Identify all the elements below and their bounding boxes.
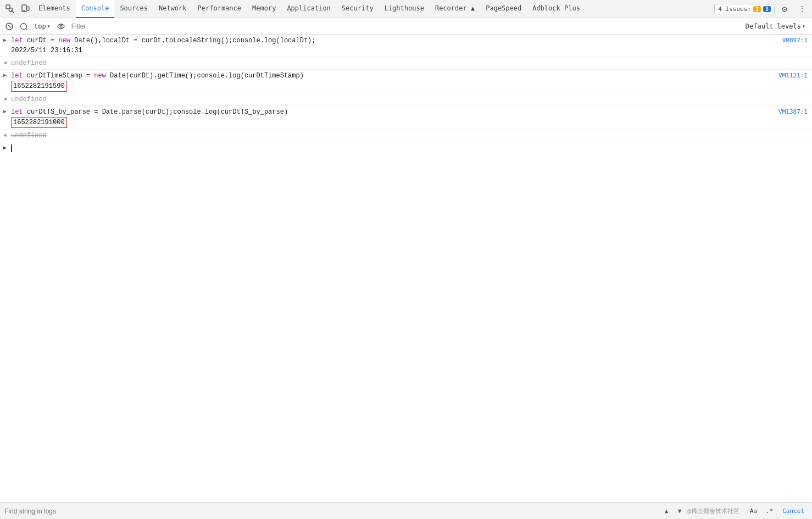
console-entry-4: ◀ undefined <box>0 93 812 106</box>
expand-arrow-3[interactable]: ▶ <box>3 72 7 78</box>
issues-blue-badge: 3 <box>763 6 771 12</box>
console-output: ▶ let curDt = new Date(),localDt = curDt… <box>0 35 812 503</box>
device-icon[interactable] <box>18 1 33 16</box>
cancel-button[interactable]: Cancel <box>779 506 808 516</box>
expand-arrow-1[interactable]: ▶ <box>3 37 7 43</box>
tab-security[interactable]: Security <box>336 0 379 18</box>
svg-line-9 <box>26 29 27 30</box>
context-arrow-icon: ▾ <box>47 23 51 29</box>
more-options-icon[interactable]: ⋮ <box>794 1 810 16</box>
console-entry-3: ▶ let curDtTimeStamp = new Date(curDt).g… <box>0 70 812 93</box>
svg-point-10 <box>58 24 64 29</box>
collapse-arrow-6[interactable]: ◀ <box>3 132 7 138</box>
tab-adblock[interactable]: Adblock Plus <box>527 0 586 18</box>
tab-pagespeed[interactable]: PageSpeed <box>480 0 527 18</box>
vm-link-1[interactable]: VM897:1 <box>782 37 808 44</box>
filter-input[interactable] <box>69 21 740 31</box>
console-input-line[interactable]: ▶ <box>0 142 812 154</box>
tab-console[interactable]: Console <box>76 0 115 18</box>
output-line-3: 1652282191590 <box>11 81 808 92</box>
code-line-3: let curDtTimeStamp = new Date(curDt).get… <box>11 71 808 81</box>
output-line-5: 1652282191000 <box>11 117 808 128</box>
console-toolbar: top ▾ Default levels ▾ <box>0 18 812 35</box>
tab-recorder[interactable]: Recorder ▲ <box>430 0 480 18</box>
code-line-1: let curDt = new Date(),localDt = curDt.t… <box>11 36 808 46</box>
nav-down-icon[interactable]: ▼ <box>674 506 685 517</box>
context-selector[interactable]: top ▾ <box>32 21 53 31</box>
tab-right-area: 4 Issues: 1 3 ⚙ ⋮ <box>714 1 810 16</box>
undefined-line-4: undefined <box>11 94 808 104</box>
tab-application[interactable]: Application <box>281 0 336 18</box>
issues-yellow-badge: 1 <box>753 6 761 12</box>
undefined-line-6: undefined <box>11 131 808 141</box>
tab-network[interactable]: Network <box>153 0 192 18</box>
issues-label: 4 Issues: <box>718 5 751 13</box>
watermark-text: @稀土掘金技术社区 <box>687 507 739 515</box>
filter-icon[interactable] <box>18 20 30 32</box>
expand-arrow-5[interactable]: ▶ <box>3 108 7 114</box>
tab-performance[interactable]: Performance <box>192 0 247 18</box>
devtools-tab-bar: Elements Console Sources Network Perform… <box>0 0 812 18</box>
console-entry-1: ▶ let curDt = new Date(),localDt = curDt… <box>0 35 812 57</box>
inspect-icon[interactable] <box>2 1 18 16</box>
highlighted-timestamp-1: 1652282191590 <box>11 81 67 92</box>
nav-up-icon[interactable]: ▲ <box>661 506 672 517</box>
code-line-5: let curDtTS_by_parse = Date.parse(curDt)… <box>11 107 808 117</box>
svg-rect-4 <box>27 7 29 10</box>
eye-icon[interactable] <box>55 20 67 32</box>
settings-icon[interactable]: ⚙ <box>777 1 792 16</box>
svg-line-7 <box>8 25 11 28</box>
log-levels-label: Default levels <box>746 23 801 30</box>
collapse-arrow-2[interactable]: ◀ <box>3 59 7 65</box>
tab-lighthouse[interactable]: Lighthouse <box>379 0 430 18</box>
bottom-bar: ▲ ▼ @稀土掘金技术社区 Aa .* Cancel <box>0 503 812 519</box>
aa-button[interactable]: Aa <box>747 506 760 516</box>
vm-link-5[interactable]: VM1387:1 <box>778 108 808 115</box>
highlighted-timestamp-2: 1652282191000 <box>11 117 67 128</box>
collapse-arrow-4[interactable]: ◀ <box>3 96 7 102</box>
svg-point-8 <box>21 23 27 29</box>
undefined-line-2: undefined <box>11 58 808 68</box>
cursor-blink <box>11 144 12 152</box>
regex-button[interactable]: .* <box>763 506 776 516</box>
tab-sources[interactable]: Sources <box>114 0 153 18</box>
bottom-right-area: @稀土掘金技术社区 Aa .* Cancel <box>687 506 808 516</box>
context-label: top <box>34 23 46 30</box>
console-entry-5: ▶ let curDtTS_by_parse = Date.parse(curD… <box>0 106 812 130</box>
vm-link-3[interactable]: VM1121:1 <box>778 72 808 79</box>
issues-badge[interactable]: 4 Issues: 1 3 <box>714 4 775 14</box>
console-entry-2: ◀ undefined <box>0 57 812 70</box>
log-levels-arrow-icon: ▾ <box>802 23 805 29</box>
svg-point-11 <box>60 25 62 27</box>
output-line-1: 2022/5/11 23:16:31 <box>11 46 808 55</box>
tab-elements[interactable]: Elements <box>33 0 76 18</box>
tab-memory[interactable]: Memory <box>247 0 281 18</box>
clear-console-icon[interactable] <box>3 20 15 32</box>
svg-rect-0 <box>6 5 10 9</box>
log-levels-selector[interactable]: Default levels ▾ <box>742 21 809 31</box>
input-prompt-icon: ▶ <box>3 144 7 150</box>
console-entry-6: ◀ undefined <box>0 130 812 142</box>
find-logs-input[interactable] <box>4 507 659 515</box>
